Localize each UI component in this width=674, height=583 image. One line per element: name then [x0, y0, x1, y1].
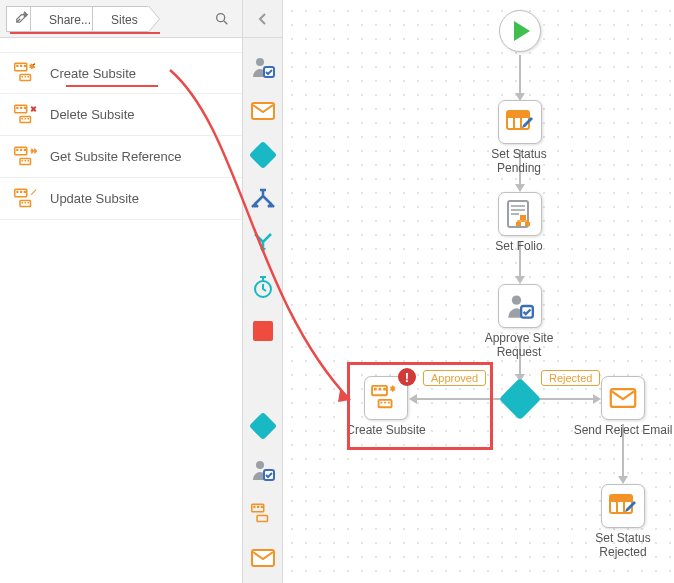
get-subsite-reference-icon — [14, 146, 38, 168]
svg-rect-35 — [610, 495, 632, 501]
folio-icon — [506, 199, 534, 229]
search-button[interactable] — [210, 7, 234, 31]
node-label: Set Status Pending — [469, 148, 569, 176]
tool-placeholder[interactable] — [248, 316, 278, 346]
action-label: Update Subsite — [50, 191, 139, 206]
tool-site[interactable] — [248, 499, 278, 529]
site-icon — [251, 503, 275, 525]
email-icon — [251, 102, 275, 120]
arrowhead-icon — [515, 184, 525, 192]
svg-rect-28 — [525, 222, 530, 226]
create-subsite-icon — [14, 62, 38, 84]
action-label: Get Subsite Reference — [50, 149, 182, 164]
tool-email-2[interactable] — [248, 543, 278, 573]
collapse-sidebar-button[interactable] — [243, 0, 282, 38]
arrowhead-icon — [618, 476, 628, 484]
action-delete-subsite[interactable]: Delete Subsite — [0, 94, 242, 136]
action-list: Create Subsite Delete Subsite Get Subsit… — [0, 38, 242, 220]
search-icon — [214, 11, 230, 27]
diamond-icon — [248, 412, 276, 440]
sidebar: Share... Sites Create Subsite — [0, 0, 243, 583]
square-icon — [253, 321, 273, 341]
tool-decision-2[interactable] — [248, 411, 278, 441]
tool-email[interactable] — [248, 96, 278, 126]
action-label: Create Subsite — [50, 66, 136, 81]
connector — [519, 55, 521, 95]
node-label: Send Reject Email — [573, 424, 673, 438]
svg-rect-27 — [516, 222, 521, 226]
update-subsite-icon — [14, 188, 38, 210]
user-task-icon — [506, 292, 534, 320]
decision-node[interactable] — [505, 384, 535, 414]
email-icon — [609, 388, 637, 408]
svg-marker-16 — [260, 248, 266, 253]
merge-icon — [251, 232, 275, 254]
svg-rect-26 — [520, 215, 526, 220]
table-edit-icon — [608, 493, 638, 519]
svg-point-18 — [256, 461, 264, 469]
diamond-icon — [499, 378, 541, 420]
action-label: Delete Subsite — [50, 107, 135, 122]
node-create-subsite[interactable]: ! Create Subsite — [341, 376, 431, 438]
svg-point-11 — [256, 58, 264, 66]
error-badge: ! — [398, 368, 416, 386]
node-label: Create Subsite — [341, 424, 431, 438]
chevron-left-icon — [258, 12, 268, 26]
tool-merge[interactable] — [248, 228, 278, 258]
tool-timer[interactable] — [248, 272, 278, 302]
edge-label-approved[interactable]: Approved — [423, 370, 486, 386]
arrowhead-icon — [515, 276, 525, 284]
node-set-status-rejected[interactable]: Set Status Rejected — [573, 484, 673, 560]
svg-rect-24 — [507, 111, 529, 117]
delete-subsite-icon — [14, 104, 38, 126]
tool-user-task[interactable] — [248, 52, 278, 82]
user-task-icon — [251, 458, 275, 482]
create-subsite-icon — [371, 385, 401, 411]
timer-icon — [252, 275, 274, 299]
tool-user-task-2[interactable] — [248, 455, 278, 485]
user-task-icon — [251, 55, 275, 79]
node-label: Set Folio — [469, 240, 569, 254]
node-set-status-pending[interactable]: Set Status Pending — [469, 100, 571, 176]
tool-split[interactable] — [248, 184, 278, 214]
node-label: Approve Site Request — [469, 332, 569, 360]
breadcrumb: Share... Sites — [0, 0, 242, 38]
diamond-icon — [248, 141, 276, 169]
node-set-folio[interactable]: Set Folio — [469, 192, 571, 254]
vertical-toolbar — [243, 0, 283, 583]
action-create-subsite[interactable]: Create Subsite — [0, 52, 242, 94]
table-edit-icon — [505, 109, 535, 135]
node-label: Set Status Rejected — [573, 532, 673, 560]
tool-decision[interactable] — [248, 140, 278, 170]
workflow-canvas[interactable]: Set Status Pending Set Folio Approve Sit… — [283, 0, 674, 583]
svg-rect-21 — [257, 516, 268, 522]
play-icon — [514, 21, 530, 41]
action-update-subsite[interactable]: Update Subsite — [0, 178, 242, 220]
svg-point-0 — [217, 14, 225, 22]
email-icon — [251, 549, 275, 567]
tools-icon — [15, 10, 29, 24]
split-icon — [251, 188, 275, 210]
annotation-underline — [10, 32, 160, 34]
action-get-subsite-reference[interactable]: Get Subsite Reference — [0, 136, 242, 178]
annotation-underline-item — [66, 85, 158, 87]
edge-label-rejected[interactable]: Rejected — [541, 370, 600, 386]
node-approve-site-request[interactable]: Approve Site Request — [469, 284, 571, 360]
svg-point-29 — [512, 296, 521, 305]
start-node[interactable] — [499, 10, 541, 52]
breadcrumb-item-sites[interactable]: Sites — [92, 6, 149, 32]
